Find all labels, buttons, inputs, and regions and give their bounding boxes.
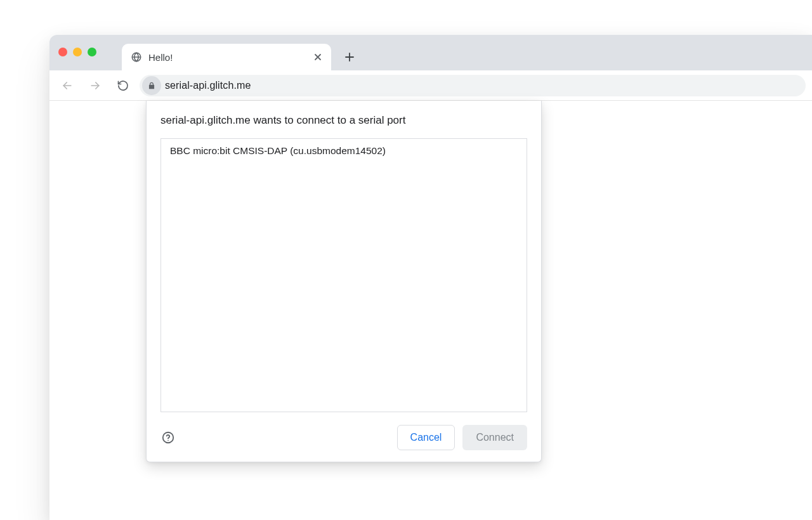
tab-strip: Hello! [49, 35, 812, 70]
chooser-title: serial-api.glitch.me wants to connect to… [160, 114, 527, 128]
browser-window: Hello! [49, 35, 812, 520]
cancel-button[interactable]: Cancel [397, 425, 455, 450]
tabs: Hello! [122, 35, 359, 70]
window-close-button[interactable] [58, 48, 67, 56]
toolbar: serial-api.glitch.me [49, 70, 812, 101]
window-zoom-button[interactable] [88, 48, 96, 56]
reload-button[interactable] [112, 74, 134, 97]
globe-icon [131, 51, 142, 63]
device-item[interactable]: BBC micro:bit CMSIS-DAP (cu.usbmodem1450… [161, 139, 527, 163]
chooser-footer: Cancel Connect [160, 425, 527, 450]
help-icon[interactable] [160, 430, 176, 445]
forward-button[interactable] [84, 74, 107, 97]
page-content: serial-api.glitch.me wants to connect to… [49, 101, 812, 520]
device-list[interactable]: BBC micro:bit CMSIS-DAP (cu.usbmodem1450… [160, 138, 527, 412]
svg-point-2 [167, 440, 169, 441]
browser-tab[interactable]: Hello! [122, 44, 331, 70]
window-controls [58, 48, 96, 56]
close-tab-button[interactable] [312, 51, 324, 63]
url-text: serial-api.glitch.me [165, 80, 251, 91]
screenshot-stage: Hello! [0, 0, 812, 520]
lock-icon[interactable] [142, 76, 161, 95]
connect-button[interactable]: Connect [462, 425, 527, 450]
back-button[interactable] [56, 74, 79, 97]
serial-port-chooser: serial-api.glitch.me wants to connect to… [146, 101, 542, 462]
window-minimize-button[interactable] [73, 48, 82, 56]
address-bar[interactable]: serial-api.glitch.me [140, 75, 806, 96]
tab-title: Hello! [148, 52, 306, 63]
new-tab-button[interactable] [340, 48, 359, 67]
